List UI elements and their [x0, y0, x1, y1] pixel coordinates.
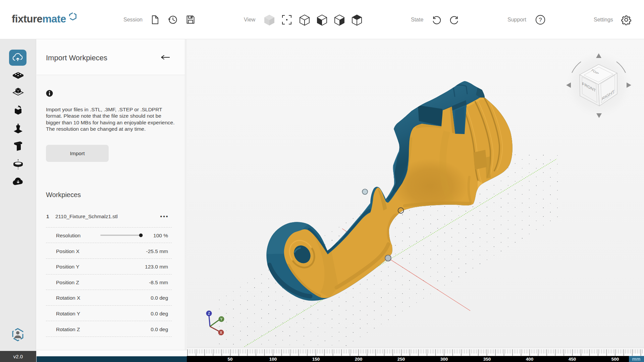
svg-text:150: 150 [312, 357, 320, 362]
svg-text:50: 50 [227, 357, 232, 362]
svg-text:300: 300 [440, 357, 448, 362]
svg-text:200: 200 [355, 357, 363, 362]
svg-text:Z: Z [208, 311, 210, 315]
svg-text:250: 250 [397, 357, 405, 362]
svg-text:400: 400 [526, 357, 534, 362]
svg-text:450: 450 [569, 357, 576, 362]
svg-text:mm: mm [632, 356, 641, 362]
svg-text:100: 100 [269, 357, 277, 362]
svg-text:350: 350 [483, 357, 491, 362]
svg-text:X: X [220, 330, 222, 335]
svg-text:Y: Y [220, 317, 223, 321]
svg-text:500: 500 [611, 357, 619, 362]
svg-text:?: ? [539, 17, 542, 23]
